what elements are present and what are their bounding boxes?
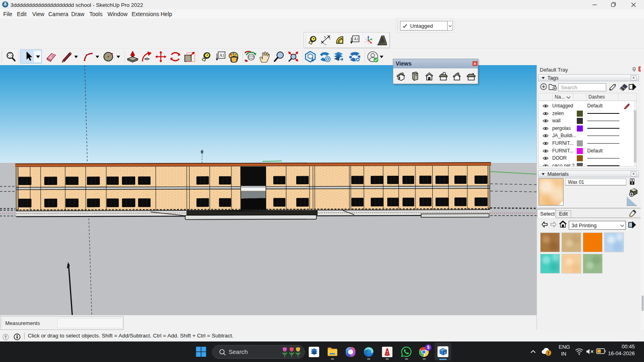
svg-text:A1: A1 [219,53,225,58]
svg-text:A1: A1 [354,37,359,41]
svg-text:5: 5 [324,35,326,39]
